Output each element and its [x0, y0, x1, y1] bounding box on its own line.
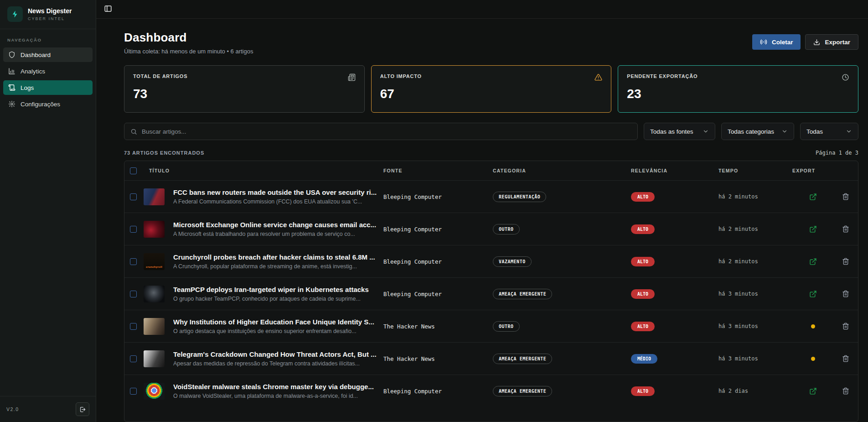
stat-label: PENDENTE EXPORTAÇÃO	[627, 73, 698, 79]
sidebar-item-logs[interactable]: Logs	[3, 80, 93, 95]
external-link-icon[interactable]	[809, 258, 817, 266]
article-title-cell: Microsoft Exchange Online service change…	[143, 221, 383, 238]
article-time: há 3 minutos	[718, 323, 792, 329]
table-row: crunchyroll Crunchyroll probes breach af…	[124, 245, 858, 277]
article-thumbnail	[144, 188, 165, 205]
column-header-fonte: FONTE	[383, 168, 493, 173]
stat-value: 23	[627, 87, 849, 101]
external-link-icon[interactable]	[809, 225, 817, 233]
trash-icon	[842, 290, 849, 297]
article-title[interactable]: FCC bans new routers made outside the US…	[173, 188, 377, 196]
article-title[interactable]: Telegram's Crackdown Changed How Threat …	[173, 350, 377, 358]
delete-button[interactable]	[842, 355, 849, 362]
delete-button[interactable]	[842, 225, 849, 233]
logout-icon	[79, 406, 86, 413]
sidebar-item-label: Dashboard	[21, 52, 51, 58]
external-link-icon[interactable]	[809, 290, 817, 298]
article-description: A Federal Communications Commission (FCC…	[173, 198, 377, 205]
search-input[interactable]	[142, 128, 631, 135]
stat-card-total: TOTAL DE ARTIGOS 73	[124, 65, 365, 113]
pagination: Página 1 de 3	[816, 150, 858, 156]
stat-value: 67	[380, 87, 603, 101]
table-header-row: TÍTULO FONTE CATEGORIA RELEVÂNCIA TEMPO …	[124, 161, 858, 180]
article-source: Bleeping Computer	[383, 226, 493, 233]
article-title[interactable]: Crunchyroll probes breach after hacker c…	[173, 253, 375, 261]
sidebar-toggle-button[interactable]	[104, 5, 113, 14]
article-title[interactable]: Why Institutions of Higher Education Fac…	[173, 318, 374, 326]
article-title[interactable]: VoidStealer malware steals Chrome master…	[173, 383, 374, 391]
row-checkbox[interactable]	[130, 355, 137, 362]
scroll-icon	[8, 84, 16, 91]
relevance-badge: ALTO	[631, 289, 655, 299]
relevance-badge: ALTO	[631, 192, 655, 202]
delete-button[interactable]	[842, 193, 849, 200]
article-source: Bleeping Computer	[383, 388, 493, 395]
table-row: TeamPCP deploys Iran-targeted wiper in K…	[124, 277, 858, 310]
column-header-tempo: TEMPO	[718, 168, 792, 173]
row-checkbox[interactable]	[130, 258, 137, 265]
article-title[interactable]: TeamPCP deploys Iran-targeted wiper in K…	[173, 286, 369, 293]
delete-button[interactable]	[842, 258, 849, 265]
article-source: Bleeping Computer	[383, 291, 493, 297]
category-badge: REGULAMENTAÇÃO	[493, 192, 546, 202]
select-all-checkbox[interactable]	[130, 167, 137, 174]
article-description: A Microsoft está trabalhando para resolv…	[173, 231, 376, 237]
gear-icon	[8, 100, 16, 108]
sidebar-item-analytics[interactable]: Analytics	[3, 64, 93, 78]
category-filter-dropdown[interactable]: Todas categorias	[721, 123, 794, 140]
row-checkbox[interactable]	[130, 291, 137, 297]
relevance-badge: ALTO	[631, 386, 655, 396]
stat-label: ALTO IMPACTO	[380, 73, 422, 79]
delete-button[interactable]	[842, 290, 849, 297]
external-link-icon[interactable]	[809, 193, 817, 201]
relevance-filter-dropdown[interactable]: Todas	[800, 123, 858, 140]
app-name: News Digester	[28, 7, 72, 15]
export-button[interactable]: Exportar	[805, 34, 858, 50]
trash-icon	[842, 225, 849, 233]
delete-button[interactable]	[842, 387, 849, 395]
topbar	[96, 0, 868, 19]
pending-dot-icon	[811, 357, 815, 361]
alert-triangle-icon	[594, 73, 602, 81]
article-source: The Hacker News	[383, 323, 493, 330]
app-brand: News Digester CYBER INTEL	[0, 0, 96, 29]
newspaper-icon	[348, 73, 356, 81]
row-checkbox[interactable]	[130, 226, 137, 233]
logout-button[interactable]	[76, 402, 89, 416]
results-count: 73 ARTIGOS ENCONTRADOS	[124, 150, 204, 156]
column-header-relevancia: RELEVÂNCIA	[631, 168, 718, 173]
sidebar-item-dashboard[interactable]: Dashboard	[3, 47, 93, 62]
article-thumbnail	[144, 286, 165, 302]
article-title[interactable]: Microsoft Exchange Online service change…	[173, 221, 376, 229]
stat-cards: TOTAL DE ARTIGOS 73 ALTO IMPACTO 67	[124, 65, 858, 113]
page-header: Dashboard Última coleta: há menos de um …	[124, 31, 858, 55]
results-bar: 73 ARTIGOS ENCONTRADOS Página 1 de 3	[124, 150, 858, 156]
external-link-icon[interactable]	[809, 387, 817, 395]
main-area: Dashboard Última coleta: há menos de um …	[96, 0, 868, 422]
collect-button[interactable]: Coletar	[752, 34, 801, 50]
article-title-cell: Telegram's Crackdown Changed How Threat …	[143, 350, 383, 367]
column-header-export: EXPORT	[792, 168, 833, 173]
delete-button[interactable]	[842, 323, 849, 330]
export-status-cell	[792, 290, 833, 298]
export-status-cell	[792, 357, 833, 361]
export-status-cell	[792, 387, 833, 395]
column-header-titulo: TÍTULO	[143, 168, 383, 173]
row-checkbox[interactable]	[130, 388, 137, 395]
row-checkbox[interactable]	[130, 323, 137, 330]
sidebar-item-configuracoes[interactable]: Configurações	[3, 97, 93, 111]
export-status-cell	[792, 225, 833, 233]
article-source: The Hacker News	[383, 355, 493, 362]
pending-dot-icon	[811, 324, 815, 328]
relevance-badge: ALTO	[631, 257, 655, 266]
source-filter-dropdown[interactable]: Todas as fontes	[644, 123, 715, 140]
stat-label: TOTAL DE ARTIGOS	[133, 73, 187, 79]
panel-left-icon	[104, 5, 112, 13]
article-description: O grupo hacker TeamPCP, conhecido por at…	[173, 296, 369, 302]
row-checkbox[interactable]	[130, 193, 137, 200]
relevance-badge: MÉDIO	[631, 354, 657, 364]
download-icon	[813, 39, 820, 46]
filter-bar: Todas as fontes Todas categorias Todas	[124, 123, 858, 140]
table-row: VoidStealer malware steals Chrome master…	[124, 375, 858, 407]
trash-icon	[842, 387, 849, 395]
